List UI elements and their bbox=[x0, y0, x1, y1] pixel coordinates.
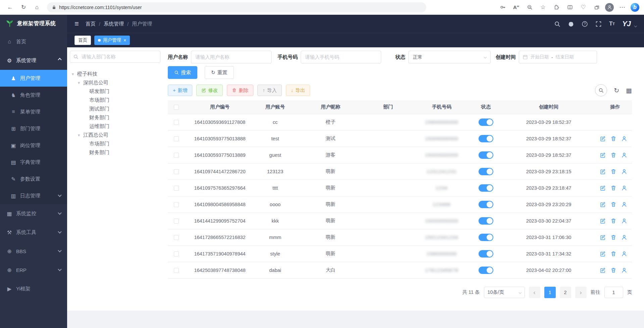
reset-password-icon[interactable] bbox=[621, 218, 627, 224]
back-icon[interactable]: ← bbox=[5, 2, 15, 13]
status-toggle[interactable] bbox=[479, 234, 493, 241]
sidebar-item[interactable]: ⊕ BBS bbox=[0, 242, 67, 261]
delete-button[interactable]: 删除 bbox=[227, 85, 253, 96]
status-toggle[interactable] bbox=[479, 168, 493, 175]
search-button[interactable]: 搜索 bbox=[168, 66, 197, 79]
address-bar[interactable]: https://ccnetcore.com:1101/system/user bbox=[47, 2, 426, 12]
dept-tree-node[interactable]: 财务部门 bbox=[70, 148, 164, 157]
dept-tree-node[interactable]: 财务部门 bbox=[70, 113, 164, 122]
profile-avatar-icon[interactable] bbox=[605, 3, 614, 12]
delete-icon[interactable] bbox=[610, 152, 616, 158]
more-options-icon[interactable]: ⋯ bbox=[617, 2, 627, 13]
edit-icon[interactable] bbox=[600, 136, 606, 142]
font-size-icon[interactable]: TT bbox=[609, 20, 615, 27]
delete-icon[interactable] bbox=[610, 169, 616, 175]
sidebar-item[interactable]: ≡ 菜单管理 bbox=[0, 103, 67, 120]
status-toggle[interactable] bbox=[479, 151, 493, 159]
row-checkbox[interactable] bbox=[174, 153, 179, 158]
sidebar-item[interactable]: ⊞ 部门管理 bbox=[0, 120, 67, 137]
username-input[interactable] bbox=[191, 51, 271, 63]
edit-icon[interactable] bbox=[600, 152, 606, 158]
status-toggle[interactable] bbox=[479, 135, 493, 142]
dept-tree-node[interactable]: ▾ 橙子科技 bbox=[70, 69, 164, 78]
date-range-picker[interactable]: 开始日期 - 结束日期 bbox=[519, 51, 597, 63]
phone-input[interactable] bbox=[301, 51, 381, 63]
search-toggle-icon[interactable] bbox=[595, 84, 607, 96]
dept-tree-node[interactable]: ▾ 深圳总公司 bbox=[70, 78, 164, 87]
sidebar-item[interactable]: ✎ 参数设置 bbox=[0, 171, 67, 187]
browser-essentials-icon[interactable]: ♡ bbox=[578, 2, 588, 13]
delete-icon[interactable] bbox=[610, 185, 616, 191]
page-button-2[interactable]: 2 bbox=[560, 287, 571, 298]
close-tab-icon[interactable]: × bbox=[123, 38, 126, 43]
github-icon[interactable] bbox=[568, 21, 574, 27]
fullscreen-icon[interactable] bbox=[595, 21, 602, 27]
reset-password-icon[interactable] bbox=[621, 201, 627, 207]
edit-icon[interactable] bbox=[600, 169, 606, 175]
department-search-input[interactable] bbox=[70, 51, 160, 63]
edit-icon[interactable] bbox=[600, 201, 606, 207]
caret-down-icon[interactable]: ▾ bbox=[70, 72, 75, 77]
status-toggle[interactable] bbox=[479, 217, 493, 225]
dept-tree-node[interactable]: 测试部门 bbox=[70, 104, 164, 113]
status-toggle[interactable] bbox=[479, 250, 493, 257]
dept-tree-node[interactable]: 市场部门 bbox=[70, 96, 164, 104]
page-button-1[interactable]: 1 bbox=[544, 287, 556, 298]
split-screen-icon[interactable] bbox=[565, 2, 575, 13]
delete-icon[interactable] bbox=[610, 201, 616, 207]
read-aloud-icon[interactable]: A″ bbox=[511, 2, 521, 13]
sidebar-item[interactable]: ▣ 岗位管理 bbox=[0, 137, 67, 154]
breadcrumb-home[interactable]: 首页 bbox=[86, 21, 96, 27]
reset-password-icon[interactable] bbox=[621, 234, 627, 240]
caret-down-icon[interactable]: ▾ bbox=[77, 133, 81, 138]
breadcrumb-system[interactable]: 系统管理 bbox=[104, 21, 124, 27]
select-all-checkbox[interactable] bbox=[174, 105, 179, 110]
dept-tree-node[interactable]: 市场部门 bbox=[70, 139, 164, 148]
row-checkbox[interactable] bbox=[174, 186, 179, 191]
delete-icon[interactable] bbox=[610, 218, 616, 224]
import-button[interactable]: ↑ 导入 bbox=[257, 85, 282, 96]
prev-page-button[interactable]: ‹ bbox=[529, 287, 540, 298]
status-toggle[interactable] bbox=[479, 267, 493, 274]
sidebar-item[interactable]: ▶ Yi框架 bbox=[0, 279, 67, 298]
row-checkbox[interactable] bbox=[174, 202, 179, 207]
edit-button[interactable]: 修改 bbox=[196, 85, 223, 96]
sidebar-item[interactable]: ⚒ 系统工具 bbox=[0, 223, 67, 242]
caret-down-icon[interactable]: ▾ bbox=[77, 80, 81, 85]
sidebar-item[interactable]: ▥ 日志管理 bbox=[0, 187, 67, 204]
sidebar-item[interactable]: ♟ 用户管理 bbox=[0, 70, 67, 87]
zoom-out-icon[interactable] bbox=[525, 2, 535, 13]
add-button[interactable]: + 新增 bbox=[168, 85, 192, 96]
delete-icon[interactable] bbox=[610, 234, 616, 240]
edit-icon[interactable] bbox=[600, 251, 606, 257]
reset-password-icon[interactable] bbox=[621, 136, 627, 142]
sidebar-item[interactable]: ⚙ 系统管理 bbox=[0, 51, 67, 70]
user-avatar[interactable]: YJ bbox=[622, 19, 631, 28]
collapse-sidebar-icon[interactable]: ≡ bbox=[75, 19, 79, 28]
edit-icon[interactable] bbox=[600, 234, 606, 240]
sidebar-item[interactable]: ♞ 角色管理 bbox=[0, 87, 67, 103]
row-checkbox[interactable] bbox=[174, 251, 179, 256]
dept-tree-node[interactable]: 研发部门 bbox=[70, 87, 164, 96]
tab-home[interactable]: 首页 bbox=[75, 36, 91, 45]
row-checkbox[interactable] bbox=[174, 268, 179, 273]
row-checkbox[interactable] bbox=[174, 169, 179, 174]
delete-icon[interactable] bbox=[610, 136, 616, 142]
status-toggle[interactable] bbox=[479, 184, 493, 192]
refresh-icon[interactable]: ↻ bbox=[18, 2, 29, 13]
sidebar-item[interactable]: ▦ 系统监控 bbox=[0, 204, 67, 223]
delete-icon[interactable] bbox=[610, 251, 616, 257]
status-select[interactable]: 正常 bbox=[408, 51, 491, 63]
search-icon[interactable] bbox=[554, 21, 560, 27]
reset-password-icon[interactable] bbox=[621, 152, 627, 158]
export-button[interactable]: ↓ 导出 bbox=[286, 85, 310, 96]
goto-page-input[interactable] bbox=[604, 287, 623, 298]
home-icon[interactable]: ⌂ bbox=[32, 2, 42, 13]
status-toggle[interactable] bbox=[479, 119, 493, 126]
edit-icon[interactable] bbox=[600, 185, 606, 191]
page-size-select[interactable]: 10条/页 bbox=[484, 287, 525, 298]
dept-tree-node[interactable]: ▾ 江西总公司 bbox=[70, 131, 164, 139]
grid-icon[interactable]: ▦ bbox=[626, 87, 632, 94]
status-toggle[interactable] bbox=[479, 201, 493, 208]
sidebar-item[interactable]: ⌂ 首页 bbox=[0, 32, 67, 51]
